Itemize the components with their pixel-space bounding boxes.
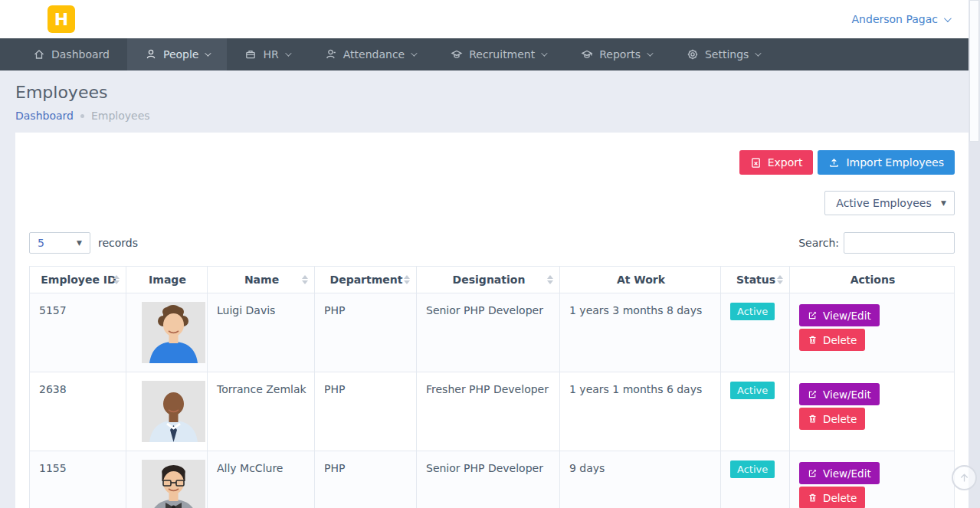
nav-item-label: Settings [705,48,749,61]
nav-item-hr[interactable]: HR [227,38,306,70]
filter-row: Active Employees ▼ [29,191,955,215]
employee-designation-cell: Fresher PHP Developer [417,372,560,451]
records-per-page-select[interactable]: 5 ▼ [29,232,90,254]
records-label: records [98,237,138,249]
employee-department-cell: PHP [315,451,417,508]
status-badge: Active [730,303,775,320]
employee-row-1155: 1155Ally McClurePHPSenior PHP Developer9… [30,451,955,508]
nav-item-attendance[interactable]: Attendance [307,38,433,70]
top-header: H Anderson Pagac [0,0,980,38]
chevron-down-icon [541,50,547,56]
employee-status-cell: Active [721,451,790,508]
sort-icon [113,275,120,284]
column-label: Actions [851,274,896,286]
edit-icon [808,468,818,478]
employee-actions-cell: View/EditDelete [790,372,955,451]
chevron-down-icon [755,50,762,56]
column-label: Status [736,274,775,286]
export-button[interactable]: Export [739,150,814,175]
nav-item-label: HR [263,48,278,61]
employee-actions-cell: View/EditDelete [790,451,955,508]
edit-icon [808,389,818,399]
import-label: Import Employees [846,156,944,169]
view-edit-label: View/Edit [823,467,871,480]
column-header-at-work: At Work [560,267,721,293]
employee-designation-cell: Senior PHP Developer [417,451,560,508]
employee-actions-cell: View/EditDelete [790,293,955,372]
delete-button[interactable]: Delete [799,329,865,351]
column-header-department[interactable]: Department [315,267,417,293]
breadcrumb-current: Employees [91,110,150,122]
nav-item-recruitment[interactable]: Recruitment [433,38,563,70]
nav-item-settings[interactable]: Settings [669,38,777,70]
employee-image-cell [126,451,208,508]
user-menu[interactable]: Anderson Pagac [852,13,949,25]
employees-table: Employee IDImageNameDepartmentDesignatio… [29,266,955,508]
status-badge: Active [730,460,775,478]
column-header-employee-id[interactable]: Employee ID [30,267,126,293]
column-header-name[interactable]: Name [208,267,315,293]
nav-item-label: Recruitment [469,48,535,61]
chevron-down-icon [944,15,952,22]
breadcrumb-separator-dot [80,114,84,118]
chevron-down-icon [285,50,291,56]
employee-id-cell: 1155 [30,451,126,508]
view-edit-button[interactable]: View/Edit [799,383,880,405]
nav-item-people[interactable]: People [127,38,228,70]
select-arrow-icon: ▼ [941,199,946,207]
column-header-status[interactable]: Status [721,267,790,293]
employee-atwork-cell: 1 years 3 months 8 days [560,293,721,372]
nav-item-dashboard[interactable]: Dashboard [15,38,127,70]
delete-label: Delete [823,492,857,504]
main-nav: DashboardPeopleHRAttendanceRecruitmentRe… [0,38,969,70]
employee-photo [142,460,205,508]
delete-button[interactable]: Delete [799,487,865,508]
page-head: Employees Dashboard Employees [0,70,980,122]
scroll-to-top-button[interactable] [952,465,977,490]
employee-name-cell: Luigi Davis [208,293,315,372]
search-control: Search: [798,232,955,254]
employee-atwork-cell: 9 days [560,451,721,508]
table-controls: 5 ▼ records Search: [29,232,955,254]
vertical-scrollbar-thumb[interactable] [969,0,979,142]
trash-icon [808,493,818,503]
delete-button[interactable]: Delete [799,408,865,430]
report-icon [581,48,593,61]
employee-designation-cell: Senior PHP Developer [417,293,560,372]
employee-status-filter-select[interactable]: Active Employees ▼ [824,191,955,215]
delete-label: Delete [823,334,857,346]
column-label: Department [330,274,403,286]
column-header-designation[interactable]: Designation [417,267,560,293]
employee-department-cell: PHP [315,293,417,372]
column-label: Employee ID [41,274,116,286]
search-label: Search: [798,237,839,249]
search-input[interactable] [844,232,955,254]
delete-label: Delete [823,413,857,425]
table-header-row: Employee IDImageNameDepartmentDesignatio… [30,267,955,293]
excel-file-icon [750,157,762,169]
app-logo[interactable]: H [48,5,75,33]
employees-card: Export Import Employees Active Employees… [15,133,969,508]
chevron-down-icon [411,50,417,56]
records-selected-value: 5 [38,237,44,249]
employee-id-cell: 5157 [30,293,126,372]
view-edit-button[interactable]: View/Edit [799,462,880,484]
edit-icon [808,310,818,320]
nav-item-label: Attendance [343,48,405,61]
import-employees-button[interactable]: Import Employees [818,150,955,175]
nav-item-reports[interactable]: Reports [563,38,669,70]
sort-icon [547,275,553,284]
nav-item-label: People [163,48,199,61]
employee-department-cell: PHP [315,372,417,451]
column-label: Name [244,274,279,286]
column-label: At Work [617,274,665,286]
attendance-icon [325,48,337,61]
employee-name-cell: Ally McClure [208,451,315,508]
chevron-down-icon [647,50,653,56]
view-edit-label: View/Edit [823,388,871,401]
column-label: Image [149,274,186,286]
breadcrumb-dashboard-link[interactable]: Dashboard [15,110,74,122]
employee-status-cell: Active [721,293,790,372]
vertical-scrollbar-track[interactable] [969,0,980,508]
view-edit-button[interactable]: View/Edit [799,304,880,326]
